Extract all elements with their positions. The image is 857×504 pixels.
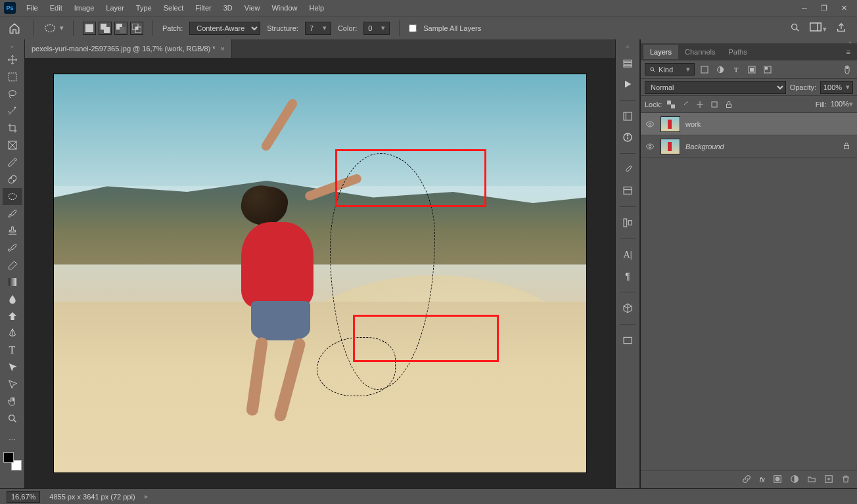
layer-row[interactable]: Background <box>641 135 857 158</box>
eyedropper-tool[interactable] <box>3 154 22 171</box>
eraser-tool[interactable] <box>3 256 22 273</box>
selection-intersect-icon[interactable] <box>130 22 143 35</box>
filter-type-icon[interactable]: T <box>730 64 742 75</box>
opacity-value[interactable]: 100%▾ <box>820 81 853 94</box>
navigator-panel-icon[interactable] <box>620 332 636 348</box>
menu-view[interactable]: View <box>239 1 266 14</box>
layer-row[interactable]: work <box>641 113 857 135</box>
layer-name[interactable]: Background <box>685 143 724 150</box>
menu-type[interactable]: Type <box>131 1 157 14</box>
menu-filter[interactable]: Filter <box>190 1 216 14</box>
visibility-toggle[interactable] <box>645 142 655 151</box>
selection-new-icon[interactable] <box>83 22 96 35</box>
workspace-switch-icon[interactable]: ▾ <box>810 22 827 34</box>
close-tab-icon[interactable]: × <box>221 45 225 53</box>
minimize-button[interactable]: ─ <box>795 1 814 14</box>
lock-all-icon[interactable] <box>724 99 734 110</box>
character-panel-icon[interactable]: A| <box>620 247 636 263</box>
lock-pixels-icon[interactable] <box>666 99 676 110</box>
lock-paint-icon[interactable] <box>680 99 691 110</box>
wand-tool[interactable] <box>3 103 22 120</box>
canvas-viewport[interactable] <box>25 58 615 488</box>
panel-menu-icon[interactable]: ≡ <box>843 45 854 58</box>
healing-tool[interactable] <box>3 171 22 188</box>
frame-tool[interactable] <box>3 137 22 154</box>
move-tool[interactable] <box>3 51 22 68</box>
properties-panel-icon[interactable] <box>620 108 636 124</box>
selection-subtract-icon[interactable] <box>114 22 127 35</box>
restore-button[interactable]: ❐ <box>815 1 833 14</box>
patch-tool[interactable] <box>3 188 22 205</box>
type-tool[interactable]: T <box>3 342 22 359</box>
path-select-tool[interactable] <box>3 359 22 376</box>
brushes-panel-icon[interactable] <box>620 183 636 198</box>
share-icon[interactable] <box>836 22 846 34</box>
brush-tool[interactable] <box>3 205 22 222</box>
group-icon[interactable] <box>807 474 816 485</box>
menu-image[interactable]: Image <box>69 1 100 14</box>
new-layer-icon[interactable] <box>824 474 833 485</box>
home-button[interactable] <box>5 20 24 36</box>
align-panel-icon[interactable] <box>620 215 636 231</box>
pen-tool[interactable] <box>3 325 22 342</box>
mask-icon[interactable] <box>773 474 782 485</box>
selection-add-icon[interactable] <box>99 22 112 35</box>
blur-tool[interactable] <box>3 290 22 308</box>
history-brush-tool[interactable] <box>3 239 22 256</box>
patch-mode-select[interactable]: Content-Aware <box>189 22 260 35</box>
3d-panel-icon[interactable] <box>620 300 636 316</box>
menu-file[interactable]: File <box>21 1 43 14</box>
filter-adjust-icon[interactable] <box>714 64 726 75</box>
fx-icon[interactable]: fx <box>759 476 765 484</box>
tab-channels[interactable]: Channels <box>678 45 722 59</box>
zoom-level[interactable]: 16,67% <box>7 491 40 503</box>
fill-value[interactable]: 100%▾ <box>831 100 853 108</box>
menu-select[interactable]: Select <box>158 1 189 14</box>
patch-tool-icon[interactable]: ▾ <box>43 21 64 35</box>
link-layers-icon[interactable] <box>742 474 751 485</box>
tab-layers[interactable]: Layers <box>643 45 678 59</box>
close-button[interactable]: ✕ <box>835 1 853 14</box>
visibility-toggle[interactable] <box>645 120 655 129</box>
menu-edit[interactable]: Edit <box>45 1 68 14</box>
paragraph-panel-icon[interactable]: ¶ <box>620 268 636 284</box>
stamp-tool[interactable] <box>3 222 22 239</box>
edit-toolbar[interactable]: ⋯ <box>3 431 22 448</box>
tab-paths[interactable]: Paths <box>722 45 754 59</box>
hand-tool[interactable] <box>3 393 22 410</box>
color-value[interactable]: 0▾ <box>363 22 390 35</box>
filter-toggle[interactable] <box>841 64 853 75</box>
menu-3d[interactable]: 3D <box>218 1 238 14</box>
menu-layer[interactable]: Layer <box>101 1 129 14</box>
actions-panel-icon[interactable] <box>620 76 636 92</box>
delete-layer-icon[interactable] <box>841 474 850 485</box>
filter-pixel-icon[interactable] <box>699 64 710 75</box>
canvas[interactable] <box>54 74 586 472</box>
zoom-tool[interactable] <box>3 410 22 427</box>
color-swatches[interactable] <box>3 452 22 470</box>
direct-select-tool[interactable] <box>3 376 22 393</box>
brush-settings-icon[interactable] <box>620 162 636 177</box>
gradient-tool[interactable] <box>3 273 22 290</box>
layer-thumbnail[interactable] <box>660 116 680 132</box>
blend-mode-select[interactable]: Normal <box>645 81 786 94</box>
menu-help[interactable]: Help <box>304 1 330 14</box>
layer-name[interactable]: work <box>685 120 701 128</box>
lock-position-icon[interactable] <box>695 99 705 110</box>
filter-shape-icon[interactable] <box>746 64 758 75</box>
crop-tool[interactable] <box>3 120 22 137</box>
menu-window[interactable]: Window <box>266 1 302 14</box>
lasso-tool[interactable] <box>3 85 22 103</box>
sample-all-layers-checkbox[interactable] <box>409 24 417 32</box>
marquee-tool[interactable] <box>3 68 22 85</box>
filter-kind-select[interactable]: Kind▾ <box>645 63 695 76</box>
dodge-tool[interactable] <box>3 308 22 325</box>
history-panel-icon[interactable] <box>620 55 636 71</box>
info-panel-icon[interactable] <box>620 129 636 145</box>
adjustment-icon[interactable] <box>790 474 799 485</box>
structure-value[interactable]: 7▾ <box>305 22 331 35</box>
lock-artboard-icon[interactable] <box>709 99 720 110</box>
search-icon[interactable] <box>790 22 800 34</box>
filter-smart-icon[interactable] <box>762 64 774 75</box>
document-tab[interactable]: pexels-yuri-manei-2597365.jpg @ 16,7% (w… <box>25 39 232 58</box>
